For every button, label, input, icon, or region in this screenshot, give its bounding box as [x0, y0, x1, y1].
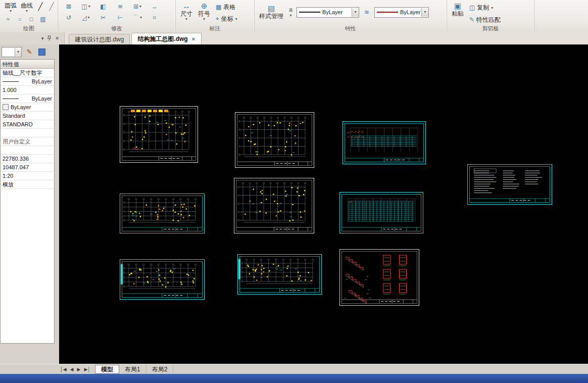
property-row[interactable]	[1, 146, 54, 155]
rotate-button[interactable]: ↺	[66, 15, 71, 21]
style-manager-button[interactable]: ▤ 样式管理	[258, 4, 285, 20]
table-button[interactable]: ▦ 表格	[214, 3, 239, 12]
property-row[interactable]: Standard	[1, 112, 54, 120]
curve-button[interactable]: 曲线 ▾	[19, 2, 34, 14]
mirror-icon: ◧	[100, 4, 106, 10]
chevron-down-icon: ▾	[15, 48, 21, 56]
ribbon-group-annotate-label[interactable]: 标注	[176, 25, 254, 32]
dimension-button[interactable]: ↔ 尺寸 ▾	[179, 2, 194, 22]
line-icon: ╱	[38, 3, 42, 11]
array-button[interactable]: ⊞▾	[133, 4, 141, 10]
drawing-frame-6[interactable]	[234, 178, 314, 233]
ribbon-group-properties-label[interactable]: 特性	[255, 25, 447, 32]
symbol-button[interactable]: ⊕ 符号 ▾	[197, 2, 212, 22]
drawing-frame-3[interactable]	[342, 121, 426, 164]
palette-flyout-button[interactable]: ▾	[41, 36, 44, 41]
circle-icon: ○	[18, 16, 21, 23]
last-layout-button[interactable]: ▶│	[84, 367, 90, 372]
offset-button[interactable]: ≋	[118, 4, 123, 10]
drawing-frame-7[interactable]	[339, 192, 423, 233]
palette-titlebar: ▾ ✕	[0, 32, 65, 44]
table-icon: ▦	[216, 4, 221, 11]
rectangle-tool-button[interactable]: □	[26, 14, 36, 24]
document-tab[interactable]: 建筑设计总图.dwg	[69, 34, 130, 44]
layout-tab-模型[interactable]: 模型	[95, 365, 119, 374]
match-properties-button[interactable]: ✎ 特性匹配	[468, 15, 502, 25]
first-layout-button[interactable]: │◀	[60, 367, 67, 372]
linetype-scale-button[interactable]: ≋	[362, 7, 372, 17]
extend-button[interactable]: ⊢	[118, 15, 123, 21]
drawing-frame-10[interactable]	[339, 249, 419, 306]
pin-icon[interactable]	[47, 35, 52, 42]
property-row[interactable]: 22780.336	[1, 155, 54, 163]
brush-icon: ✎	[27, 48, 32, 56]
trim-button[interactable]: ✂	[101, 15, 106, 21]
ribbon-group-modify-label[interactable]: 修改	[58, 25, 175, 32]
arc-button[interactable]: 圆弧 ▾	[3, 2, 18, 14]
ribbon-group-clipboard-label[interactable]: 剪切板	[447, 25, 534, 32]
line-tool-button[interactable]: ╱	[35, 2, 45, 12]
dimension-icon: ↔	[183, 2, 190, 10]
property-value: Standard	[3, 113, 25, 119]
drawing-frame-8[interactable]	[120, 259, 205, 300]
properties-menu-button[interactable]: ≡ ▾	[287, 7, 294, 18]
chevron-down-icon: ▾	[88, 5, 90, 9]
move-button[interactable]: ↔	[152, 4, 158, 10]
scale-button[interactable]: ◿▾	[82, 15, 89, 21]
previous-layout-button[interactable]: ◀	[70, 367, 74, 372]
hatch-tool-button[interactable]: ▨	[38, 14, 48, 24]
property-row[interactable]: ByLayer	[1, 77, 54, 86]
close-icon[interactable]: ✕	[191, 36, 195, 42]
table-button-label: 表格	[223, 3, 235, 12]
properties-rows: 轴线__尺寸数字ByLayer1.000ByLayerByLayerStanda…	[1, 69, 54, 189]
drawing-canvas[interactable]	[59, 44, 588, 364]
explode-button[interactable]: ⌗	[153, 15, 157, 21]
circle-tool-button[interactable]: ○	[15, 14, 25, 24]
layout-tab-布局2[interactable]: 布局2	[146, 365, 174, 374]
ribbon-group-draw-label[interactable]: 绘图	[0, 25, 58, 32]
drawing-frame-5[interactable]	[120, 194, 205, 233]
erase-button[interactable]: ⊠	[66, 4, 71, 10]
property-row[interactable]: 轴线__尺寸数字	[1, 69, 54, 77]
property-row[interactable]: ByLayer	[1, 94, 54, 103]
property-row[interactable]: 1.000	[1, 86, 54, 94]
rotate-icon: ↺	[66, 15, 71, 21]
property-row[interactable]: 横放	[1, 180, 54, 189]
layout-nav-buttons: │◀ ◀ ▶ ▶│	[56, 367, 95, 372]
polyline-tool-button[interactable]: ≈	[3, 14, 13, 24]
chevron-down-icon: ▾	[235, 17, 237, 21]
properties-palette: ▾ ✎ 特性值 轴线__尺寸数字ByLayer1.000ByLayerByLay…	[0, 44, 59, 364]
property-row[interactable]: 1:20	[1, 172, 54, 180]
layout-tab-布局1[interactable]: 布局1	[119, 365, 146, 374]
command-bar-strip[interactable]	[0, 374, 588, 383]
copy-button[interactable]: ◫▾	[81, 4, 90, 10]
construction-line-icon: ╱	[49, 3, 54, 11]
drawing-frame-9[interactable]	[237, 254, 322, 295]
property-value: 10487.047	[3, 164, 29, 170]
document-tab[interactable]: 结构施工总图.dwg✕	[131, 33, 202, 44]
coordinate-button[interactable]: ⌖ 坐标 ▾	[214, 14, 239, 24]
property-row[interactable]	[1, 129, 54, 137]
property-row[interactable]: STANDARD	[1, 120, 54, 129]
mirror-button[interactable]: ◧	[100, 4, 106, 10]
property-row[interactable]: ByLayer	[1, 103, 54, 112]
color-select[interactable]: ByLayer ▾	[374, 7, 429, 18]
property-row[interactable]: 用户自定义	[1, 137, 54, 146]
quick-select-combobox[interactable]: ▾	[2, 47, 22, 57]
next-layout-button[interactable]: ▶	[77, 367, 80, 372]
quick-calc-button[interactable]	[37, 47, 47, 57]
document-tabs: 建筑设计总图.dwg结构施工总图.dwg✕	[65, 32, 203, 44]
paste-button[interactable]: ▣ 粘贴	[450, 2, 465, 18]
copy-button[interactable]: ◫ 复制 ▾	[468, 3, 502, 13]
chevron-down-icon: ▾	[290, 14, 292, 18]
drawing-frame-2[interactable]	[235, 112, 314, 168]
palette-close-button[interactable]: ✕	[55, 36, 59, 41]
drawing-frame-4[interactable]	[467, 164, 552, 205]
linetype-select[interactable]: ByLayer ▾	[297, 7, 359, 18]
drawing-frame-1[interactable]	[120, 106, 198, 163]
polyline-icon: ≈	[7, 16, 10, 23]
property-row[interactable]: 10487.047	[1, 163, 54, 172]
fillet-button[interactable]: ⌒▾	[133, 15, 142, 21]
match-brush-button[interactable]: ✎	[24, 47, 34, 57]
construction-line-button[interactable]: ╱	[46, 2, 57, 12]
